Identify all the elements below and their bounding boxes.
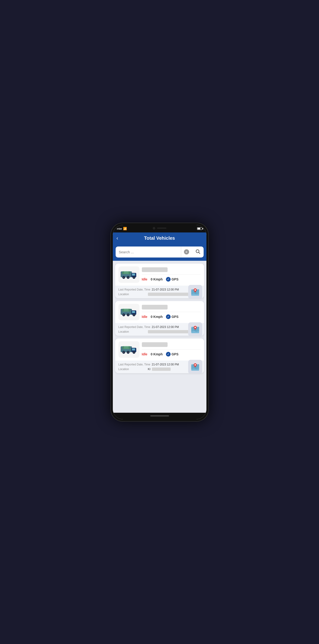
camera-dot (153, 227, 155, 230)
vehicle-list: Idle 0 Kmph ✓ GPS Last Reported Date, Ti… (113, 261, 206, 413)
vehicle-bottom: Last Reported Date, Time 21-07-2023 12:0… (115, 360, 204, 373)
vehicle-card[interactable]: Idle 0 Kmph ✓ GPS Last Reported Date, Ti… (115, 338, 204, 373)
map-icon-box[interactable] (188, 322, 202, 336)
vehicle-bottom: Last Reported Date, Time 21-07-2023 12:0… (115, 323, 204, 336)
divider (142, 274, 201, 274)
battery-icon (197, 227, 202, 230)
back-button[interactable]: ‹ (116, 236, 118, 241)
location-label: Location (118, 330, 146, 333)
speed-value: 0 Kmph (151, 278, 163, 281)
svg-point-61 (194, 364, 196, 366)
svg-point-33 (122, 309, 124, 312)
vehicle-top: Idle 0 Kmph ✓ GPS (115, 301, 204, 323)
gps-check-icon: ✓ (166, 314, 170, 319)
svg-point-8 (128, 277, 129, 278)
truck-icon-box (118, 266, 140, 283)
vehicle-top: Idle 0 Kmph ✓ GPS (115, 264, 204, 286)
vehicle-info: Idle 0 Kmph ✓ GPS (142, 267, 201, 282)
divider (142, 312, 201, 312)
gps-status: ✓ GPS (166, 277, 178, 282)
clear-button[interactable]: × (181, 247, 192, 257)
svg-point-30 (134, 314, 134, 316)
search-container: × (113, 244, 206, 261)
map-icon-box[interactable] (188, 285, 202, 298)
search-actions: × (181, 246, 204, 258)
gps-check-icon: ✓ (166, 277, 170, 282)
clear-icon: × (184, 249, 189, 254)
svg-point-41 (194, 326, 196, 328)
truck-icon-box (118, 341, 140, 358)
search-icon (195, 249, 200, 255)
map-icon (190, 325, 200, 334)
vehicle-stats: Idle 0 Kmph ✓ GPS (142, 277, 201, 282)
date-label: Last Reported Date, Time (118, 326, 150, 329)
location-value-blur (152, 368, 170, 371)
svg-point-14 (128, 271, 130, 274)
search-button[interactable] (192, 246, 204, 258)
map-icon (190, 287, 200, 296)
vehicle-info: Idle 0 Kmph ✓ GPS (142, 305, 201, 319)
phone-screen: rrier 📶 ‹ Total Vehicles (113, 225, 206, 419)
divider (142, 349, 201, 350)
vehicle-plate-blur (142, 305, 168, 310)
svg-point-46 (123, 352, 124, 353)
date-value: 21-07-2023 12:00 PM (152, 288, 179, 291)
status-idle: Idle (142, 278, 148, 281)
vehicle-plate-blur (142, 342, 168, 347)
vehicle-top: Idle 0 Kmph ✓ GPS (115, 338, 204, 360)
date-value: 21-07-2023 12:00 PM (152, 363, 179, 366)
home-indicator (150, 415, 169, 416)
date-label: Last Reported Date, Time (118, 363, 150, 366)
svg-line-1 (199, 252, 200, 254)
gps-status: ✓ GPS (166, 352, 178, 356)
notch (144, 225, 175, 232)
svg-point-50 (134, 352, 134, 353)
speed-value: 0 Kmph (151, 352, 163, 356)
search-bar: × (116, 246, 204, 258)
vehicle-card[interactable]: Idle 0 Kmph ✓ GPS Last Reported Date, Ti… (115, 264, 204, 298)
truck-icon (120, 306, 138, 318)
vehicle-info: Idle 0 Kmph ✓ GPS (142, 342, 201, 356)
truck-icon (120, 268, 138, 281)
search-input[interactable] (116, 247, 181, 257)
svg-point-55 (124, 346, 129, 347)
svg-point-6 (123, 277, 124, 278)
wifi-icon: 📶 (123, 227, 127, 230)
svg-rect-24 (132, 311, 135, 313)
svg-point-35 (124, 309, 129, 310)
gps-status: ✓ GPS (166, 314, 178, 319)
speaker (157, 228, 166, 229)
carrier-text: rrier (117, 227, 122, 230)
gps-check-icon: ✓ (166, 352, 170, 356)
vehicle-stats: Idle 0 Kmph ✓ GPS (142, 314, 201, 319)
phone-shell: rrier 📶 ‹ Total Vehicles (110, 223, 209, 422)
vehicle-stats: Idle 0 Kmph ✓ GPS (142, 352, 201, 356)
svg-point-15 (124, 271, 129, 272)
svg-point-10 (134, 277, 134, 278)
location-label: Location (118, 292, 146, 296)
vehicle-plate-blur (142, 267, 168, 272)
page-title: Total Vehicles (144, 236, 175, 241)
battery-area (197, 227, 202, 230)
vehicle-bottom: Last Reported Date, Time 21-07-2023 12:0… (115, 286, 204, 298)
status-bar: rrier 📶 (113, 225, 206, 232)
truck-icon (120, 343, 138, 356)
svg-point-34 (128, 309, 130, 312)
carrier-info: rrier 📶 (117, 227, 127, 230)
vehicle-card[interactable]: Idle 0 Kmph ✓ GPS Last Reported Date, Ti… (115, 301, 204, 336)
status-idle: Idle (142, 352, 148, 356)
map-icon-box[interactable] (188, 360, 202, 373)
svg-rect-4 (132, 274, 135, 276)
svg-point-26 (123, 314, 124, 316)
location-label: Location (118, 368, 146, 371)
svg-point-21 (194, 289, 196, 290)
speed-value: 0 Kmph (151, 315, 163, 318)
svg-point-28 (128, 314, 129, 316)
home-bar (113, 413, 206, 419)
svg-point-13 (122, 271, 124, 274)
truck-icon-box (118, 304, 140, 320)
date-value: 21-07-2023 12:00 PM (152, 326, 179, 329)
map-icon (190, 362, 200, 372)
app-header: ‹ Total Vehicles (113, 232, 206, 244)
battery-fill (198, 228, 200, 230)
